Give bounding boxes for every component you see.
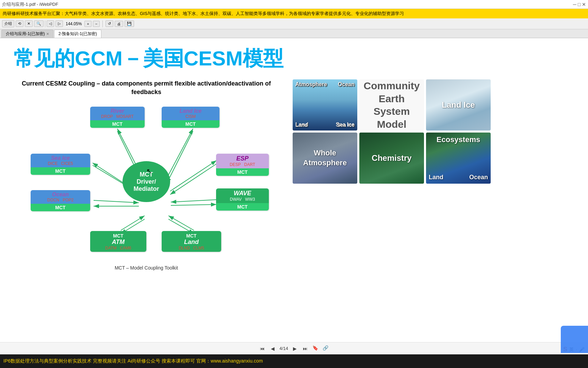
- toolbar-btn-print[interactable]: 🖨: [115, 21, 123, 27]
- diagram-title: Current CESM2 Coupling – data components…: [14, 79, 279, 96]
- right-section: Atmosphere Ocean Land Sea Ice Atmosphere…: [293, 79, 574, 348]
- seaice-label2: Sea Ice: [337, 122, 355, 128]
- grid-cell-whole-atm: WholeAtmosphere: [293, 133, 357, 184]
- sea-ice-sub: DICE CICE5: [33, 161, 87, 166]
- svg-line-14: [121, 216, 145, 230]
- toolbar-zoom-out[interactable]: −: [93, 21, 100, 27]
- nav-next[interactable]: ▶: [292, 345, 298, 352]
- land-sub: DLND CLM5: [164, 246, 218, 250]
- sea-ice-name: Sea Ice: [33, 155, 87, 161]
- window-title: 介绍与应用-1.pdf - iWebPDF: [2, 1, 58, 7]
- toolbar-btn-rotate[interactable]: ↺: [105, 20, 113, 27]
- tab-1-close[interactable]: ✕: [46, 32, 49, 36]
- toolbar-zoom-in[interactable]: +: [84, 21, 91, 27]
- center-line1: MCT: [140, 171, 153, 178]
- land-name: Land: [164, 239, 218, 246]
- land-box: MCT Land DLND CLM5: [162, 231, 221, 252]
- toolbar-btn-3[interactable]: ✕: [25, 20, 33, 27]
- page-display: 4/14: [279, 346, 288, 351]
- river-box: River DROP MOSART MCT: [90, 107, 145, 128]
- toolbar-btn-2[interactable]: ⟲: [16, 20, 23, 27]
- page-nav-bar: ⏮ ◀ 4/14 ▶ ⏭ 🔖 🔗: [0, 342, 588, 354]
- wave-sub: DWAV WW3: [219, 197, 266, 202]
- ecosystems-ocean-label: Ocean: [469, 174, 488, 181]
- toolbar-divider2: [102, 20, 103, 27]
- toolbar: 介绍 ⟲ ✕ 🔍 ◁ ▷ 144.05% + − ↺ 🖨 💾: [0, 18, 588, 29]
- esp-sub: DESP DART: [219, 162, 266, 167]
- ocean-name: Ocean: [33, 191, 87, 198]
- svg-line-13: [171, 204, 216, 205]
- grid-cell-cesm: CommunityEarthSystemModel: [359, 79, 424, 131]
- whole-atm-label: WholeAtmosphere: [303, 148, 347, 168]
- chemistry-label: Chemistry: [372, 153, 411, 163]
- main-row: Current CESM2 Coupling – data components…: [14, 79, 574, 348]
- tab-2[interactable]: 2-预备知识-1(已加密): [54, 30, 101, 38]
- esp-box: ESP DESP DART MCT: [216, 154, 269, 176]
- ocean-label2: Ocean: [338, 81, 355, 88]
- main-content: 常见的GCM－美国CESM模型 Current CESM2 Coupling –…: [0, 38, 588, 354]
- land-ice-box: Land Ice CISM MCT: [162, 107, 219, 128]
- sea-ice-footer: MCT: [31, 167, 90, 175]
- river-sub: DROP MOSART: [93, 114, 142, 119]
- ecosystems-land-label: Land: [429, 174, 443, 181]
- diagram-canvas: River DROP MOSART MCT Land Ice CISM MCT: [27, 103, 265, 260]
- esp-name: ESP: [219, 155, 266, 162]
- atm-sub: DATM CAM6: [93, 246, 144, 250]
- diagram-section: Current CESM2 Coupling – data components…: [14, 79, 279, 348]
- nav-first[interactable]: ⏮: [259, 345, 266, 352]
- svg-line-16: [168, 216, 194, 230]
- atm-name: ATM: [93, 239, 144, 246]
- sea-ice-box: Sea Ice DICE CICE5 MCT: [31, 154, 90, 175]
- nav-last[interactable]: ⏭: [301, 345, 309, 352]
- atm-box: MCT ATM DATM CAM6: [90, 231, 146, 252]
- atmosphere-label2: Atmosphere: [295, 81, 327, 88]
- toolbar-btn-1[interactable]: 介绍: [2, 20, 14, 27]
- center-line2: Driver/: [136, 178, 156, 185]
- svg-line-12: [171, 200, 216, 202]
- land-ice-footer: MCT: [162, 120, 219, 128]
- page-icon-2[interactable]: 🔗: [323, 345, 329, 352]
- land-ice-name: Land Ice: [164, 108, 217, 114]
- toolbar-btn-save[interactable]: 💾: [125, 20, 134, 27]
- page-icon-1[interactable]: 🔖: [312, 345, 319, 352]
- diagram-footnote: MCT – Model Coupling Toolkit: [14, 265, 279, 271]
- nav-prev[interactable]: ◀: [270, 345, 276, 352]
- image-grid: Atmosphere Ocean Land Sea Ice Atmosphere…: [293, 79, 492, 184]
- toolbar-page-display: 144.05%: [66, 21, 82, 26]
- toolbar-btn-next[interactable]: ▷: [55, 20, 63, 27]
- bottom-bar-text: IP6数据处理方法与典型案例分析实践技术 完整视频请关注 Ai尚研修公众号 搜索…: [3, 358, 263, 364]
- window-title-bar: 介绍与应用-1.pdf - iWebPDF ─ □ ✕: [0, 0, 588, 9]
- grid-cell-land-ice: Land Ice: [426, 79, 491, 131]
- wave-box: WAVE DWAV WW3 MCT: [216, 188, 269, 211]
- bottom-bar: IP6数据处理方法与典型案例分析实践技术 完整视频请关注 Ai尚研修公众号 搜索…: [0, 354, 588, 368]
- grid-cell-chemistry: Chemistry: [359, 133, 424, 184]
- ecosystems-label: Ecosystems: [437, 135, 480, 144]
- toolbar-divider: [45, 20, 45, 27]
- marquee-text: 尚研修科研技术服务平台汇聚：大气科学类、水文水资源、农林生态、GIS与遥感、统计…: [3, 11, 404, 17]
- ocean-box: Ocean DOCN POP2 MCT: [31, 190, 90, 211]
- center-line3: Mediator: [133, 185, 159, 193]
- land-ice-sub: CISM: [164, 114, 217, 119]
- tabs-bar: 介绍与应用-1(已加密) ✕ 2-预备知识-1(已加密): [0, 29, 588, 38]
- land-ice-grid-label: Land Ice: [442, 100, 475, 110]
- window-controls[interactable]: ─ □ ✕: [573, 2, 586, 7]
- page-title: 常见的GCM－美国CESM模型: [14, 45, 574, 73]
- marquee-bar: 尚研修科研技术服务平台汇聚：大气科学类、水文水资源、农林生态、GIS与遥感、统计…: [0, 9, 588, 18]
- ocean-footer: MCT: [31, 204, 90, 211]
- toolbar-btn-search[interactable]: 🔍: [34, 20, 44, 27]
- svg-line-8: [170, 164, 216, 195]
- grid-cell-atmosphere-ocean: Atmosphere Ocean Land Sea Ice Atmosphere…: [293, 79, 357, 131]
- svg-line-4: [167, 131, 193, 183]
- tab-2-label: 2-预备知识-1(已加密): [59, 31, 97, 37]
- wave-footer: MCT: [216, 203, 269, 211]
- land-label2: Land: [295, 122, 308, 128]
- river-footer: MCT: [90, 120, 145, 128]
- svg-line-9: [170, 160, 216, 191]
- grid-cell-ecosystems: Ecosystems Land Ocean: [426, 133, 491, 184]
- esp-footer: MCT: [216, 168, 269, 176]
- tab-1[interactable]: 介绍与应用-1(已加密) ✕: [1, 30, 53, 38]
- svg-line-5: [167, 129, 193, 178]
- toolbar-btn-prev[interactable]: ◁: [47, 20, 54, 27]
- blue-corner-box: [561, 326, 588, 353]
- tab-1-label: 介绍与应用-1(已加密): [6, 31, 45, 37]
